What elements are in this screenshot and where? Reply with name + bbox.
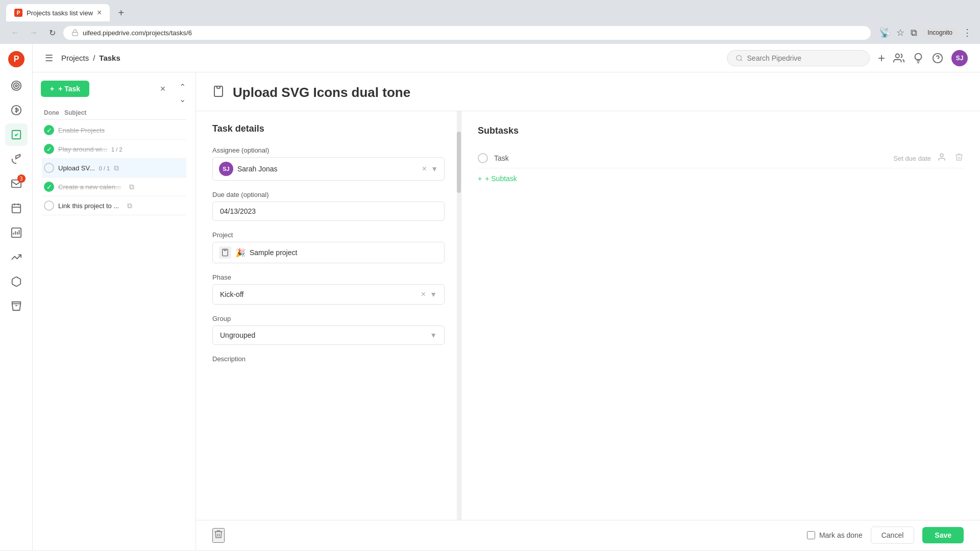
people-icon[interactable] [893,53,904,64]
phase-clear-btn[interactable]: × [421,290,426,299]
sidebar-item-trends[interactable] [5,246,28,268]
cast-icon[interactable]: 📡 [879,27,890,38]
svg-text:P: P [13,55,19,63]
browser-tab[interactable]: P Projects tasks list view × [6,4,110,21]
app-logo[interactable]: P [7,50,26,68]
mark-done-input[interactable] [807,531,815,539]
bookmark-icon[interactable]: ☆ [896,27,904,38]
task-check-2[interactable]: ✓ [44,144,54,154]
breadcrumb-parent[interactable]: Projects [61,54,89,62]
save-btn[interactable]: Save [922,527,964,543]
sidebar-item-target[interactable] [5,74,28,97]
add-subtask-btn[interactable]: + + Subtask [478,174,964,183]
app-container: P 3 [0,44,980,550]
bulb-icon[interactable] [913,53,924,64]
sidebar-item-campaigns[interactable] [5,148,28,170]
task-title: Upload SVG Icons dual tone [233,85,410,101]
subtask-assign-btn-1[interactable] [937,153,946,164]
search-bar[interactable] [727,50,870,66]
assignee-dropdown-btn[interactable]: ▼ [431,165,438,173]
task-form-scroll: Task details Assignee (optional) SJ Sara… [196,111,461,385]
group-label: Group [212,315,445,322]
browser-profile[interactable]: Incognito [923,28,957,38]
svg-rect-0 [72,32,78,35]
task-check-4[interactable]: ✓ [44,182,54,192]
project-clipboard-icon [221,248,229,257]
browser-actions: 📡 ☆ ⧉ Incognito ⋮ [879,27,972,38]
table-row[interactable]: Upload SV... 0 / 1 ⧉ [42,159,186,178]
sidebar-item-marketplace[interactable] [5,295,28,317]
phase-label: Phase [212,273,445,281]
table-row[interactable]: ✓ Enable Projects [42,121,186,140]
project-icon [219,246,231,259]
breadcrumb: Projects / Tasks [61,54,120,62]
group-value: Ungrouped [220,331,426,339]
mark-done-checkbox[interactable]: Mark as done [807,531,863,539]
table-row[interactable]: ✓ Create a new calen... ⧉ [42,178,186,196]
search-input[interactable] [747,54,861,62]
tab-close-btn[interactable]: × [97,8,102,17]
group-group: Group Ungrouped ▼ [212,315,445,345]
breadcrumb-separator: / [93,54,95,62]
store-icon [11,300,22,312]
due-date-input[interactable] [212,202,445,221]
address-bar[interactable]: uifeed.pipedrive.com/projects/tasks/6 [63,26,871,40]
form-section-title: Task details [212,123,445,134]
add-task-icon: + [50,85,54,93]
reload-btn[interactable]: ↻ [45,26,59,40]
menu-icon[interactable]: ⋮ [963,27,972,38]
back-btn[interactable]: ← [8,26,22,40]
hamburger-btn[interactable]: ☰ [45,53,53,64]
dollar-icon [11,105,22,116]
forward-btn[interactable]: → [27,26,41,40]
sidebar-item-deals[interactable] [5,99,28,121]
phase-control[interactable]: Kick-off × ▼ [212,284,445,305]
subtask-check-1[interactable] [478,153,488,163]
panel-close-btn[interactable]: × [155,81,171,97]
phase-dropdown-btn[interactable]: ▼ [430,290,437,298]
assignee-clear-btn[interactable]: × [422,164,427,173]
task-check-3[interactable] [44,163,54,173]
extensions-icon[interactable]: ⧉ [911,28,917,38]
panel-nav: ⌃ ⌄ [175,81,189,105]
delete-task-btn[interactable] [212,528,225,543]
task-check-1[interactable]: ✓ [44,125,54,135]
svg-line-12 [741,59,742,61]
sidebar-item-tasks[interactable] [5,123,28,146]
sidebar-item-calendar[interactable] [5,197,28,219]
assignee-control[interactable]: SJ Sarah Jonas × ▼ [212,157,445,181]
subtask-due-1[interactable]: Set due date [893,155,931,162]
lock-icon [71,29,79,36]
subtask-delete-btn-1[interactable] [954,153,964,164]
add-task-btn[interactable]: + + Task [41,81,89,97]
group-dropdown-btn[interactable]: ▼ [430,331,437,339]
user-avatar[interactable]: SJ [951,50,968,66]
browser-controls: ← → ↻ uifeed.pipedrive.com/projects/task… [0,21,980,44]
box-icon [11,276,22,287]
url-text: uifeed.pipedrive.com/projects/tasks/6 [83,29,863,37]
browser-chrome: P Projects tasks list view × + ← → ↻ uif… [0,0,980,44]
main-content: ☰ Projects / Tasks + SJ [33,44,980,550]
panel-nav-up[interactable]: ⌃ [175,81,189,93]
help-icon[interactable] [932,53,943,64]
global-add-btn[interactable]: + [878,51,885,65]
table-row[interactable]: Link this project to ... ⧉ [42,196,186,215]
task-form-area: Task details Assignee (optional) SJ Sara… [196,111,461,520]
new-tab-btn[interactable]: + [114,6,128,20]
task-subject-1: Enable Projects [58,127,105,134]
sidebar-item-products[interactable] [5,270,28,293]
svg-rect-15 [217,86,220,88]
sidebar-item-mail[interactable]: 3 [5,172,28,195]
table-row[interactable]: ✓ Play around wi... 1 / 2 [42,140,186,159]
tasks-panel: + + Task × ⌃ ⌄ Done Subject [33,72,196,550]
calendar-icon [11,203,22,214]
project-control[interactable]: 🎉 Sample project [212,242,445,263]
sidebar-item-reports[interactable] [5,221,28,244]
sidebar: P 3 [0,44,33,550]
panel-nav-down[interactable]: ⌄ [175,93,189,105]
cancel-btn[interactable]: Cancel [871,527,915,544]
group-control[interactable]: Ungrouped ▼ [212,325,445,345]
breadcrumb-current: Tasks [99,54,120,62]
task-check-5[interactable] [44,201,54,211]
assignee-group: Assignee (optional) SJ Sarah Jonas × ▼ [212,146,445,181]
